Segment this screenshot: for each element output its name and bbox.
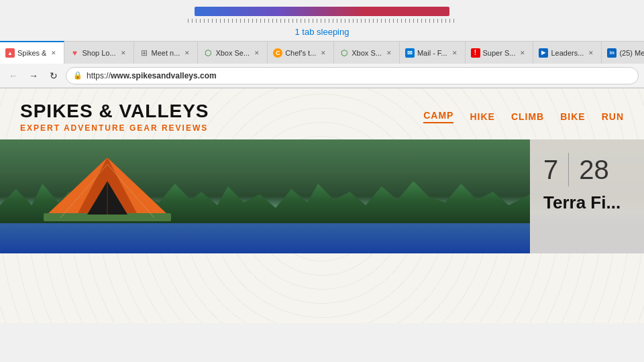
- tab-shop-title: Shop Lo...: [82, 49, 115, 57]
- xbox2-favicon: ⬡: [339, 48, 349, 58]
- tab-super-title: Super S...: [483, 49, 516, 57]
- sleeping-label: 1 tab sleeping: [295, 27, 350, 37]
- tab-spikes[interactable]: ▲ Spikes & ✕: [0, 41, 64, 64]
- tab-meet[interactable]: ⊞ Meet n... ✕: [134, 41, 199, 64]
- tab-shop[interactable]: ♥ Shop Lo... ✕: [64, 41, 133, 64]
- site-logo-area: SPIKES & VALLEYS EXPERT ADVENTURE GEAR R…: [20, 101, 209, 133]
- tab-outlook-title: Mail - F...: [417, 49, 447, 57]
- tabs-row: ▲ Spikes & ✕ ♥ Shop Lo... ✕ ⊞ Meet n... …: [0, 41, 644, 64]
- chef-favicon: C: [273, 48, 282, 58]
- refresh-button[interactable]: ↻: [46, 68, 62, 84]
- nav-run[interactable]: RUN: [602, 111, 624, 122]
- sleeping-tick-bar: [188, 19, 456, 23]
- tab-leaders-close[interactable]: ✕: [586, 48, 596, 58]
- shop-favicon: ♥: [70, 48, 79, 58]
- tab-linkedin25[interactable]: in (25) Me... ✕: [602, 41, 644, 64]
- tab-spikes-title: Spikes &: [17, 49, 46, 57]
- back-button[interactable]: ←: [5, 68, 21, 84]
- tab-outlook-close[interactable]: ✕: [450, 48, 460, 58]
- side-panel-number2: 28: [579, 155, 609, 185]
- tab-chef[interactable]: C Chef's t... ✕: [268, 41, 334, 64]
- leaders-favicon: ▶: [539, 48, 548, 58]
- tab-leaders-title: Leaders...: [551, 49, 584, 57]
- tab-spikes-close[interactable]: ✕: [49, 48, 58, 58]
- tab-xbox1[interactable]: ⬡ Xbox Se... ✕: [198, 41, 268, 64]
- tab-leaders[interactable]: ▶ Leaders... ✕: [533, 41, 602, 64]
- meet-favicon: ⊞: [140, 48, 149, 58]
- tab-xbox2[interactable]: ⬡ Xbox S... ✕: [334, 41, 400, 64]
- website-content: SPIKES & VALLEYS EXPERT ADVENTURE GEAR R…: [0, 88, 644, 323]
- tent-svg: [40, 154, 174, 228]
- tab-xbox2-title: Xbox S...: [352, 49, 382, 57]
- nav-camp[interactable]: CAMP: [423, 110, 453, 123]
- address-bar[interactable]: 🔒 https://www.spikesandvalleys.com: [66, 67, 639, 84]
- sleeping-gradient-bar: [195, 7, 449, 16]
- site-header: SPIKES & VALLEYS EXPERT ADVENTURE GEAR R…: [0, 88, 644, 133]
- tab-super[interactable]: ! Super S... ✕: [466, 41, 534, 64]
- tab-super-close[interactable]: ✕: [518, 48, 527, 58]
- tab-xbox1-title: Xbox Se...: [215, 49, 250, 57]
- tab-linkedin25-title: (25) Me...: [619, 49, 644, 57]
- tab-shop-close[interactable]: ✕: [119, 48, 128, 58]
- url-domain: www.spikesandvalleys.com: [111, 71, 217, 80]
- nav-hike[interactable]: HIKE: [470, 111, 494, 122]
- tab-chef-title: Chef's t...: [285, 49, 316, 57]
- nav-bike[interactable]: BIKE: [560, 111, 585, 122]
- lock-icon: 🔒: [73, 71, 83, 80]
- tab-xbox1-close[interactable]: ✕: [252, 48, 262, 58]
- hero-area: 7 28 Terra Fi...: [0, 139, 644, 253]
- tab-meet-title: Meet n...: [152, 49, 180, 57]
- nav-climb[interactable]: CLIMB: [511, 111, 544, 122]
- outlook-favicon: ✉: [405, 48, 415, 58]
- site-logo-title: SPIKES & VALLEYS: [20, 101, 209, 122]
- side-panel-numbers: 7 28: [543, 153, 631, 186]
- url-text: https://www.spikesandvalleys.com: [87, 71, 217, 80]
- side-panel: 7 28 Terra Fi...: [530, 139, 644, 253]
- linkedin25-favicon: in: [607, 48, 616, 58]
- browser-chrome: ▲ Spikes & ✕ ♥ Shop Lo... ✕ ⊞ Meet n... …: [0, 41, 644, 88]
- super-favicon: !: [471, 48, 480, 58]
- tab-meet-close[interactable]: ✕: [182, 48, 192, 58]
- site-nav: CAMP HIKE CLIMB BIKE RUN: [423, 110, 624, 123]
- sleeping-bar-container: 1 tab sleeping: [0, 0, 644, 41]
- xbox1-favicon: ⬡: [203, 48, 213, 58]
- side-panel-number1: 7: [543, 155, 558, 185]
- side-panel-title: Terra Fi...: [543, 193, 631, 213]
- side-panel-divider: [568, 153, 569, 186]
- tab-outlook[interactable]: ✉ Mail - F... ✕: [400, 41, 466, 64]
- address-row: ← → ↻ 🔒 https://www.spikesandvalleys.com: [0, 64, 644, 88]
- forward-button[interactable]: →: [25, 68, 42, 84]
- spikes-favicon: ▲: [5, 48, 15, 58]
- tab-xbox2-close[interactable]: ✕: [384, 48, 394, 58]
- url-prefix: https://: [87, 71, 111, 80]
- tab-chef-close[interactable]: ✕: [319, 48, 328, 58]
- site-logo-subtitle: EXPERT ADVENTURE GEAR REVIEWS: [20, 123, 209, 133]
